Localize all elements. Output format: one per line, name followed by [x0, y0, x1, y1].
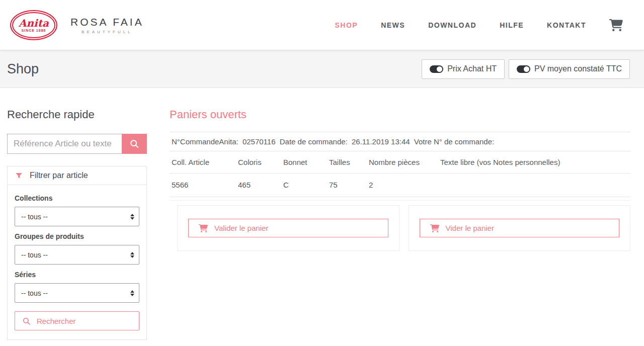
- basket-actions: Valider le panier Vider le panier: [177, 205, 630, 251]
- filter-title: Filtrer par article: [30, 171, 88, 180]
- col-bonnet: Bonnet: [281, 151, 327, 174]
- toggle-on-icon: [430, 65, 443, 73]
- filter-funnel-icon: [15, 172, 23, 180]
- cell-nombre-pieces: 2: [367, 174, 438, 197]
- product-groups-label: Groupes de produits: [15, 232, 139, 240]
- cell-tailles: 75: [327, 174, 367, 197]
- open-baskets-title: Paniers ouverts: [170, 108, 630, 121]
- order-no-value: 02570116: [243, 137, 276, 146]
- cell-texte-libre: [438, 174, 630, 197]
- product-groups-select[interactable]: -- tous --: [15, 245, 139, 265]
- product-groups-select-wrap: -- tous --: [15, 245, 139, 265]
- nav-item-news[interactable]: NEWS: [381, 21, 405, 29]
- search-icon: [22, 317, 31, 325]
- series-label: Séries: [15, 271, 139, 279]
- shopping-cart-icon: [430, 224, 439, 232]
- validate-basket-label: Valider le panier: [214, 224, 268, 232]
- anita-logo-inner: Anita SINCE 1886: [12, 12, 55, 38]
- brand-logo[interactable]: Anita SINCE 1886 ROSA FAIA BEAUTYFULL: [10, 10, 144, 40]
- main-panel: Paniers ouverts N°CommandeAnita: 0257011…: [170, 108, 630, 251]
- cart-button[interactable]: [609, 19, 623, 31]
- empty-basket-card: Vider le panier: [409, 205, 631, 251]
- nav-item-kontakt[interactable]: KONTAKT: [547, 21, 586, 29]
- nav-item-shop[interactable]: SHOP: [335, 21, 358, 29]
- nav-item-download[interactable]: DOWNLOAD: [428, 21, 476, 29]
- shopping-cart-icon: [609, 19, 623, 31]
- toggle-label: PV moyen constaté TTC: [534, 64, 622, 73]
- cell-coll-article: 5566: [170, 174, 236, 197]
- top-header: Anita SINCE 1886 ROSA FAIA BEAUTYFULL SH…: [0, 0, 644, 50]
- section-divider: [170, 200, 630, 201]
- filter-panel: Filtrer par article Collections -- tous …: [7, 166, 147, 340]
- col-texte-libre: Texte libre (vos Notes personnelles): [438, 151, 630, 174]
- toggle-prix-achat-ht[interactable]: Prix Achat HT: [422, 59, 505, 79]
- empty-basket-button[interactable]: Vider le panier: [420, 219, 620, 237]
- collections-label: Collections: [15, 194, 139, 202]
- price-toggles: Prix Achat HT PV moyen constaté TTC: [422, 59, 630, 79]
- toggle-pv-moyen-ttc[interactable]: PV moyen constaté TTC: [509, 59, 630, 79]
- brand-subtitle: BEAUTYFULL: [82, 30, 133, 34]
- page-header-band: Shop Prix Achat HT PV moyen constaté TTC: [0, 50, 644, 88]
- nav-item-hilfe[interactable]: HILFE: [500, 21, 524, 29]
- page-title: Shop: [7, 61, 39, 77]
- toggle-label: Prix Achat HT: [447, 64, 497, 73]
- empty-basket-label: Vider le panier: [446, 224, 494, 232]
- logo-wordmark: Anita: [19, 18, 49, 28]
- col-tailles: Tailles: [327, 151, 367, 174]
- table-header-row: Coll. Article Coloris Bonnet Tailles Nom…: [170, 151, 630, 174]
- order-info-row: N°CommandeAnita: 02570116 Date de comman…: [170, 132, 630, 151]
- brand-text: ROSA FAIA BEAUTYFULL: [70, 16, 144, 34]
- col-nombre-pieces: Nombre pièces: [367, 151, 438, 174]
- order-date-label: Date de commande:: [280, 137, 348, 146]
- sidebar: Recherche rapide Filtrer par article Col…: [7, 108, 147, 340]
- cell-coloris: 465: [236, 174, 281, 197]
- series-select[interactable]: -- tous --: [15, 283, 139, 303]
- search-icon: [129, 139, 139, 149]
- table-row: 5566 465 C 75 2: [170, 174, 630, 197]
- series-select-wrap: -- tous --: [15, 283, 139, 303]
- filter-body: Collections -- tous -- Groupes de produi…: [8, 185, 146, 339]
- basket-items-table: Coll. Article Coloris Bonnet Tailles Nom…: [170, 151, 630, 197]
- brand-name: ROSA FAIA: [70, 16, 144, 28]
- shopping-cart-icon: [199, 224, 208, 232]
- validate-basket-card: Valider le panier: [177, 205, 399, 251]
- order-no-label: N°CommandeAnita:: [172, 137, 238, 146]
- filter-search-button[interactable]: Rechercher: [15, 311, 139, 330]
- toggle-on-icon: [517, 65, 530, 73]
- validate-basket-button[interactable]: Valider le panier: [188, 219, 388, 237]
- filter-search-label: Rechercher: [37, 317, 76, 325]
- quick-search-input[interactable]: [7, 134, 122, 154]
- col-coloris: Coloris: [236, 151, 281, 174]
- collections-select-wrap: -- tous --: [15, 207, 139, 226]
- collections-select[interactable]: -- tous --: [15, 207, 139, 226]
- content-area: Recherche rapide Filtrer par article Col…: [0, 88, 644, 340]
- quick-search-title: Recherche rapide: [7, 108, 147, 121]
- logo-since-text: SINCE 1886: [22, 29, 46, 32]
- main-nav: SHOP NEWS DOWNLOAD HILFE KONTAKT: [335, 19, 623, 31]
- quick-search-button[interactable]: [122, 134, 147, 154]
- your-order-no-label: Votre N° de commande:: [414, 137, 494, 146]
- col-coll-article: Coll. Article: [170, 151, 236, 174]
- order-date-value: 26.11.2019 13:44: [352, 137, 410, 146]
- anita-logo-icon: Anita SINCE 1886: [10, 10, 57, 40]
- cell-bonnet: C: [281, 174, 327, 197]
- quick-search-row: [7, 134, 147, 154]
- filter-panel-header: Filtrer par article: [8, 166, 146, 185]
